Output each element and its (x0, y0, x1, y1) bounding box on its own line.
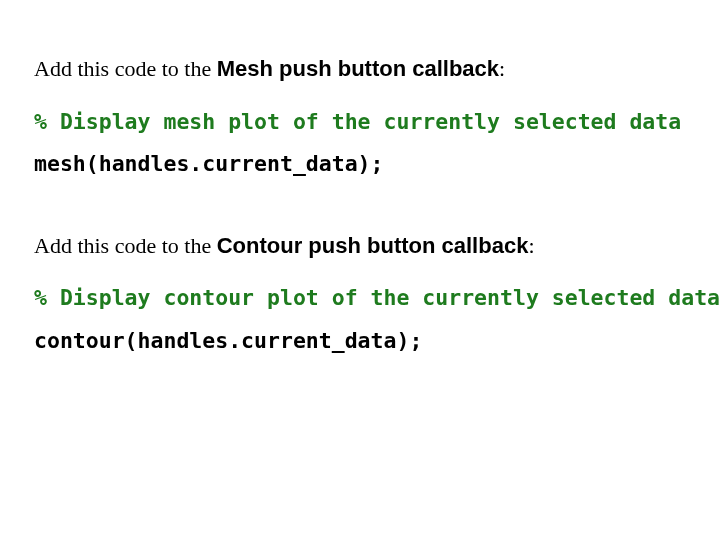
intro-suffix: : (499, 56, 505, 81)
intro-bold-contour: Contour push button callback (217, 233, 529, 258)
intro-line-contour: Add this code to the Contour push button… (34, 231, 686, 261)
code-statement-contour: contour(handles.current_data); (34, 323, 686, 360)
code-comment-mesh: % Display mesh plot of the currently sel… (34, 104, 686, 141)
intro-line-mesh: Add this code to the Mesh push button ca… (34, 54, 686, 84)
intro-bold-mesh: Mesh push button callback (217, 56, 499, 81)
block-separator (34, 183, 686, 231)
intro-prefix: Add this code to the (34, 56, 217, 81)
intro-prefix: Add this code to the (34, 233, 217, 258)
code-comment-contour: % Display contour plot of the currently … (34, 280, 686, 317)
document-page: Add this code to the Mesh push button ca… (0, 0, 720, 360)
intro-suffix: : (528, 233, 534, 258)
code-statement-mesh: mesh(handles.current_data); (34, 146, 686, 183)
